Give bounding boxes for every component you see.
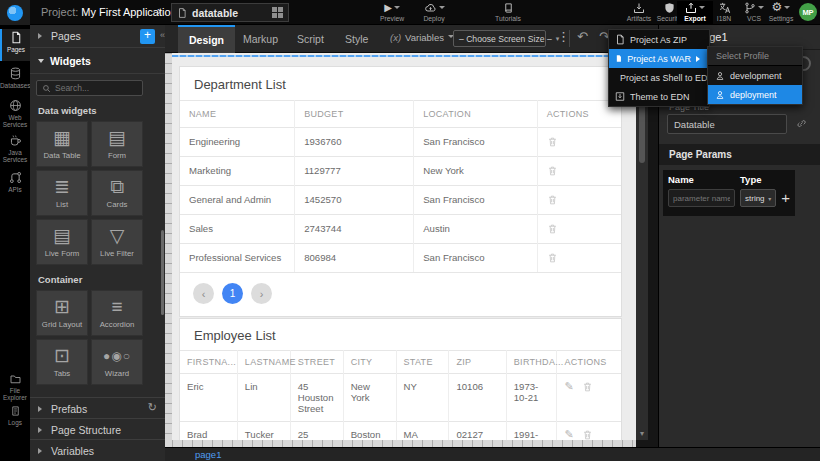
rail-logs[interactable]: Logs: [0, 403, 30, 426]
refresh-icon[interactable]: ↻: [148, 401, 157, 414]
department-table-widget[interactable]: Department List NAME BUDGET LOCATION ACT…: [179, 66, 622, 317]
submenu-item-development[interactable]: development: [708, 66, 802, 85]
column-header[interactable]: ZIP: [449, 351, 506, 374]
widget-tile-wizard[interactable]: ●◉○Wizard: [91, 339, 143, 385]
rail-pages[interactable]: Pages: [0, 29, 30, 61]
settings-button[interactable]: ⚙ Settings: [763, 1, 799, 22]
deploy-button[interactable]: Deploy: [416, 1, 452, 22]
tab-script[interactable]: Script: [286, 25, 335, 53]
live-form-icon: ▤: [37, 224, 87, 248]
triangle-right-icon: [38, 448, 45, 454]
add-page-button[interactable]: +: [140, 29, 155, 44]
search-input[interactable]: [55, 83, 135, 93]
column-header[interactable]: BIRTHDA...: [506, 351, 557, 374]
trash-icon[interactable]: [547, 136, 558, 148]
tab-style[interactable]: Style: [334, 25, 379, 53]
edit-icon[interactable]: ✎: [564, 429, 573, 440]
column-header[interactable]: STREET: [290, 351, 343, 374]
menu-item-project-as-zip[interactable]: Project As ZIP: [609, 30, 709, 49]
triangle-down-icon: [38, 59, 44, 66]
widget-tile-live-form[interactable]: ▤Live Form: [36, 219, 88, 265]
tab-design[interactable]: Design: [178, 25, 235, 53]
project-name: My First Application: [81, 6, 176, 18]
tutorials-button[interactable]: Tutorials: [490, 1, 526, 22]
trash-icon[interactable]: [547, 252, 558, 264]
widget-tile-data-table[interactable]: ▦Data Table: [36, 121, 88, 167]
undo-button[interactable]: ↶: [577, 29, 588, 44]
preview-button[interactable]: ▶ Preview: [374, 1, 410, 22]
variables-section[interactable]: Variables: [30, 439, 165, 461]
grid-icon[interactable]: [272, 7, 283, 18]
rail-file-explorer[interactable]: File Explorer: [0, 371, 30, 401]
widget-tile-grid-layout[interactable]: ⊞Grid Layout: [36, 290, 88, 336]
column-header[interactable]: LASTNAME: [237, 351, 290, 374]
pages-section-header[interactable]: Pages + «: [30, 25, 165, 48]
employee-table: FIRSTNA... LASTNAME STREET CITY STATE ZI…: [180, 350, 621, 440]
page-structure-section[interactable]: Page Structure: [30, 418, 165, 440]
widget-tile-live-filter[interactable]: ▽Live Filter: [91, 219, 143, 265]
column-header[interactable]: FIRSTNA...: [180, 351, 237, 374]
param-name-input[interactable]: [668, 189, 735, 207]
select-caret-icon: ▾: [768, 195, 771, 202]
cloud-upload-icon: [424, 2, 437, 14]
widget-tile-cards[interactable]: ⧉Cards: [91, 170, 143, 216]
page-title-input[interactable]: [667, 114, 787, 134]
tabs-icon: ⊡: [37, 344, 87, 368]
widget-search[interactable]: [36, 80, 143, 96]
add-param-button[interactable]: +: [781, 191, 790, 205]
play-icon: ▶: [384, 1, 392, 14]
employee-table-widget[interactable]: Employee List FIRSTNA... LASTNAME STREET…: [179, 318, 622, 440]
rail-java-services[interactable]: Java Services: [0, 132, 30, 163]
trash-icon[interactable]: [582, 381, 593, 393]
rail-apis[interactable]: APIs: [0, 169, 30, 193]
column-header[interactable]: CITY: [343, 351, 396, 374]
trash-icon[interactable]: [582, 429, 593, 440]
menu-item-project-shell-edn[interactable]: Project as Shell to EDN: [609, 68, 709, 87]
sidebar-rail: Pages Databases Web Services Java Servic…: [0, 25, 30, 461]
column-header[interactable]: ACTIONS: [557, 351, 621, 374]
widgets-section-header[interactable]: Widgets: [30, 48, 165, 74]
trash-icon[interactable]: [547, 165, 558, 177]
edit-icon[interactable]: ✎: [564, 381, 573, 393]
grid-layout-icon: ⊞: [37, 295, 87, 319]
widget-tile-tabs[interactable]: ⊡Tabs: [36, 339, 88, 385]
screen-size-select[interactable]: – Choose Screen Size – ▾: [453, 30, 546, 47]
variables-dropdown[interactable]: (x) Variables: [390, 32, 454, 43]
scroll-down-icon[interactable]: ▾: [636, 429, 648, 438]
link-icon[interactable]: [796, 118, 807, 129]
param-type-select[interactable]: string ▾: [740, 189, 776, 207]
profile-submenu: Select Profile development deployment: [707, 46, 803, 105]
menu-item-project-as-war[interactable]: Project As WAR: [609, 49, 709, 68]
pagination-current[interactable]: 1: [222, 283, 243, 304]
trash-icon[interactable]: [547, 194, 558, 206]
app-logo[interactable]: [0, 0, 30, 25]
wizard-icon: ●◉○: [92, 344, 142, 368]
pagination-next[interactable]: ›: [251, 283, 272, 304]
submenu-arrow-icon: [696, 56, 703, 62]
panel-scrollbar[interactable]: [161, 230, 164, 315]
column-header[interactable]: BUDGET: [295, 101, 414, 128]
param-name-column: Name: [668, 174, 740, 185]
prefabs-section[interactable]: Prefabs ↻: [30, 397, 165, 419]
folder-icon: [9, 373, 22, 385]
trash-icon[interactable]: [547, 223, 558, 235]
column-header[interactable]: STATE: [396, 351, 449, 374]
caret-down-icon: [439, 6, 445, 12]
user-avatar[interactable]: MP: [799, 3, 817, 21]
rail-web-services[interactable]: Web Services: [0, 97, 30, 128]
widget-tile-form[interactable]: ▤Form: [91, 121, 143, 167]
column-header[interactable]: NAME: [180, 101, 295, 128]
canvas-scrollbar[interactable]: ▾: [636, 53, 648, 440]
menu-item-theme-edn[interactable]: Theme to EDN: [609, 87, 709, 106]
open-page-tab[interactable]: page1: [195, 449, 221, 460]
submenu-item-deployment[interactable]: deployment: [708, 85, 802, 104]
pagination-prev[interactable]: ‹: [193, 283, 214, 304]
rail-databases[interactable]: Databases: [0, 65, 30, 89]
page-selector[interactable]: datatable: [171, 3, 289, 22]
widget-tile-accordion[interactable]: ≡Accordion: [91, 290, 143, 336]
widget-tile-list[interactable]: ≣List: [36, 170, 88, 216]
column-header[interactable]: LOCATION: [414, 101, 537, 128]
tab-markup[interactable]: Markup: [232, 25, 289, 53]
bottom-bar: page1: [165, 447, 820, 461]
table-header-row: NAME BUDGET LOCATION ACTIONS: [180, 101, 621, 128]
